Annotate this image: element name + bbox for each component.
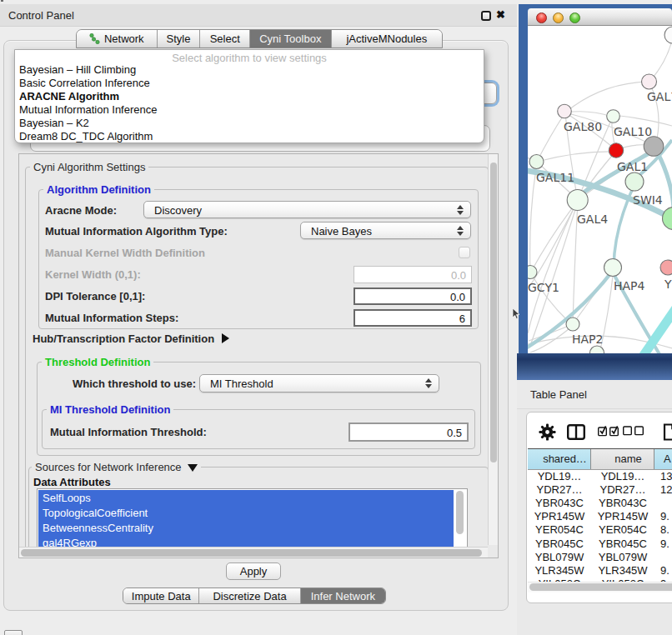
threshold-definition-title: Threshold Definition [42, 356, 153, 368]
top-edge-mark [1, 0, 3, 2]
table-row[interactable]: YBR043CYBR043C [528, 497, 672, 510]
close-traffic-light[interactable] [536, 12, 547, 23]
float-window-icon[interactable] [481, 11, 491, 21]
tab-style[interactable]: Style [158, 30, 201, 48]
node-gal10[interactable] [607, 110, 620, 123]
tab-label: Discretize Data [213, 590, 286, 602]
collapse-panel-button[interactable] [4, 630, 23, 635]
column-header-label: shared… [528, 452, 590, 465]
node-gal1[interactable] [609, 143, 623, 158]
node-hap4[interactable] [604, 259, 622, 277]
data-attributes-list[interactable]: SelfLoopsTopologicalCoefficientBetweenne… [37, 488, 468, 547]
table-body[interactable]: YDL19…YDL19…13YDR27…YDR27…12YBR043CYBR04… [528, 470, 672, 582]
table-cell: 13 [660, 471, 672, 482]
collapse-down-icon[interactable] [188, 464, 198, 472]
close-icon[interactable]: ✖ [496, 8, 505, 21]
expand-right-icon[interactable] [222, 333, 229, 343]
algorithm-option[interactable]: Bayesian – K2 [19, 117, 89, 129]
node-top[interactable] [664, 27, 672, 43]
hub-section-header[interactable]: Hub/Transcription Factor Definition [33, 332, 229, 345]
minimize-traffic-light[interactable] [553, 12, 564, 23]
node-gal7[interactable] [642, 74, 657, 89]
list-scrollbar-thumb[interactable] [456, 491, 464, 534]
network-edge[interactable] [565, 82, 649, 112]
gear-icon[interactable] [539, 423, 556, 441]
tab-discretize-data[interactable]: Discretize Data [199, 588, 300, 603]
network-edge[interactable] [531, 201, 578, 272]
zoom-traffic-light[interactable] [569, 12, 580, 23]
attribute-list-item[interactable]: gal4RGexp [38, 535, 455, 547]
which-threshold-label: Which threshold to use: [73, 378, 193, 390]
column-header-partial[interactable]: A [654, 449, 672, 469]
node-gray[interactable] [644, 137, 664, 157]
table-row[interactable]: YER054CYER054C8. [528, 524, 672, 538]
network-canvas[interactable]: GAL7GAL80GAL10GAL1GAL11SWI4GAL4GCY1HAP4Y… [528, 26, 672, 353]
node-bottom[interactable] [590, 346, 604, 353]
tab-select[interactable]: Select [200, 30, 250, 48]
attribute-list-item[interactable]: TopologicalCoefficient [38, 505, 455, 520]
table-row[interactable]: YBR045CYBR045C9. [528, 538, 672, 551]
algorithm-option[interactable]: ARACNE Algorithm [19, 90, 119, 102]
table-cell: YBL079W [528, 552, 591, 562]
table-cell: YPR145W [528, 511, 591, 522]
vertical-scrollbar[interactable] [488, 154, 498, 545]
dpi-tolerance-value: 0.0 [450, 290, 465, 302]
node-gal11[interactable] [529, 155, 544, 169]
mi-threshold-input[interactable]: 0.5 [349, 422, 469, 442]
node-green-right[interactable] [663, 208, 672, 230]
mi-type-combobox[interactable]: Naive Bayes [300, 222, 471, 239]
algorithm-option[interactable]: Mutual Information Inference [19, 103, 157, 116]
vertical-scrollbar-thumb[interactable] [490, 162, 497, 462]
horizontal-scrollbar-thumb[interactable] [21, 549, 482, 557]
attribute-list-item[interactable]: SelfLoops [38, 490, 455, 505]
node-swi4[interactable] [625, 172, 644, 191]
document-icon[interactable] [663, 423, 672, 441]
network-edge[interactable] [537, 152, 616, 162]
algorithm-option[interactable]: Bayesian – Hill Climbing [19, 63, 136, 76]
apply-button[interactable]: Apply [226, 562, 281, 580]
node-label: GAL10 [614, 125, 652, 138]
node-gcy1[interactable] [528, 266, 537, 279]
network-edge[interactable] [530, 168, 536, 272]
network-window-titlebar[interactable] [528, 8, 672, 26]
dpi-tolerance-input[interactable]: 0.0 [354, 288, 472, 305]
select-all-checks-icon[interactable] [598, 425, 619, 437]
tab-cyni-toolbox[interactable]: Cyni Toolbox [250, 30, 332, 48]
kernel-width-input[interactable]: 0.0 [354, 266, 472, 283]
network-edge[interactable] [537, 112, 565, 162]
list-scrollbar[interactable] [454, 490, 466, 547]
table-row[interactable]: YBL079WYBL079W [528, 551, 672, 564]
attribute-list-item[interactable]: BetweennessCentrality [38, 520, 455, 535]
column-header-name[interactable]: name [591, 449, 654, 469]
manual-kernel-checkbox[interactable] [459, 247, 470, 258]
tab-infer-network[interactable]: Infer Network [301, 588, 385, 603]
table-horizontal-scrollbar-thumb[interactable] [529, 583, 672, 591]
sources-group-title[interactable]: Sources for Network Inference [32, 461, 201, 473]
column-header-shared-name[interactable]: shared… [528, 449, 591, 469]
sources-title-label: Sources for Network Inference [35, 461, 182, 473]
table-cell: YBR045C [528, 538, 591, 549]
table-row[interactable]: YDL19…YDL19…13 [528, 470, 672, 483]
desktop-background [517, 353, 672, 380]
mi-steps-input[interactable]: 6 [354, 309, 472, 327]
tab-jactivemnodules[interactable]: jActiveMNodules [332, 30, 442, 48]
tab-label: jActiveMNodules [346, 32, 427, 45]
table-row[interactable]: YPR145WYPR145W9. [528, 511, 672, 524]
node-gal80[interactable] [558, 104, 572, 118]
network-edge[interactable] [530, 272, 568, 321]
algorithm-option[interactable]: Basic Correlation Inference [19, 77, 150, 89]
node-salmon[interactable] [660, 260, 672, 275]
tab-impute-data[interactable]: Impute Data [123, 588, 199, 603]
table-row[interactable]: YDR27…YDR27…12 [528, 483, 672, 497]
aracne-mode-combobox[interactable]: Discovery [143, 201, 471, 218]
control-panel-title: Control Panel [8, 9, 74, 22]
split-view-icon[interactable] [567, 424, 585, 440]
table-row[interactable]: YLR345WYLR345W9. [528, 564, 672, 578]
node-gal4[interactable] [567, 190, 588, 211]
deselect-all-boxes-icon[interactable] [623, 426, 644, 436]
tab-network[interactable]: Network [77, 30, 158, 48]
algorithm-option[interactable]: Dream8 DC_TDC Algorithm [19, 130, 153, 142]
table-cell: YBL079W [591, 552, 654, 562]
which-threshold-combobox[interactable]: MI Threshold [199, 374, 439, 392]
node-hap2[interactable] [566, 318, 579, 331]
